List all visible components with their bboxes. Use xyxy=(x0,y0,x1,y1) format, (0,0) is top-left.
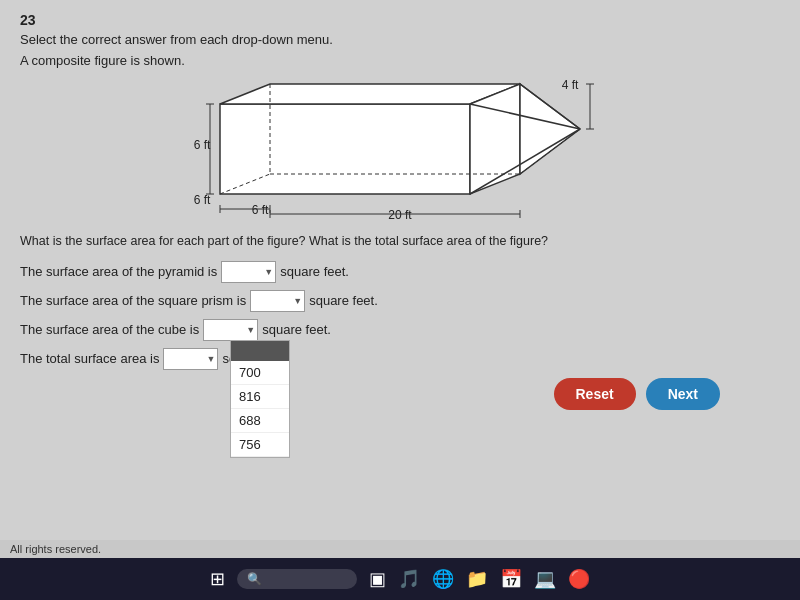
total-label: The total surface area is xyxy=(20,351,159,366)
prism-row: The surface area of the square prism is … xyxy=(20,290,780,312)
taskbar-icon-3[interactable]: 📁 xyxy=(466,568,488,590)
total-dropdown[interactable]: 700 816 688 756 xyxy=(163,348,218,370)
dropdown-popup: 700 816 688 756 xyxy=(230,340,290,458)
svg-text:6 ft: 6 ft xyxy=(194,193,211,207)
taskbar-icon-4[interactable]: 📅 xyxy=(500,568,522,590)
figure-container: 6 ft 6 ft 6 ft 20 ft 4 ft xyxy=(160,74,640,229)
main-content: 23 Select the correct answer from each d… xyxy=(0,0,800,540)
option-700[interactable]: 700 xyxy=(231,361,289,385)
next-button[interactable]: Next xyxy=(646,378,720,410)
reset-button[interactable]: Reset xyxy=(554,378,636,410)
question-number: 23 xyxy=(20,12,780,28)
svg-marker-0 xyxy=(220,104,470,194)
prism-select-wrapper[interactable]: 700 816 688 756 xyxy=(250,290,305,312)
dropdown-header xyxy=(231,341,289,361)
taskbar-icon-1[interactable]: 🎵 xyxy=(398,568,420,590)
taskbar: ⊞ ▣ 🎵 🌐 📁 📅 💻 🔴 xyxy=(0,558,800,600)
prism-label: The surface area of the square prism is xyxy=(20,293,246,308)
cube-row: The surface area of the cube is 700 816 … xyxy=(20,319,780,341)
windows-icon[interactable]: ⊞ xyxy=(210,568,225,590)
svg-marker-6 xyxy=(520,84,580,174)
svg-marker-2 xyxy=(470,84,520,194)
option-816[interactable]: 816 xyxy=(231,385,289,409)
svg-text:6 ft: 6 ft xyxy=(252,203,269,217)
pyramid-dropdown[interactable]: 700 816 688 756 xyxy=(221,261,276,283)
taskbar-search[interactable] xyxy=(237,569,357,589)
svg-text:4 ft: 4 ft xyxy=(562,78,579,92)
pyramid-label: The surface area of the pyramid is xyxy=(20,264,217,279)
copyright: All rights reserved. xyxy=(0,540,800,558)
total-select-wrapper[interactable]: 700 816 688 756 xyxy=(163,348,218,370)
composite-figure: 6 ft 6 ft 6 ft 20 ft 4 ft xyxy=(160,74,640,229)
instruction: Select the correct answer from each drop… xyxy=(20,32,780,47)
prism-unit: square feet. xyxy=(309,293,378,308)
svg-text:6 ft: 6 ft xyxy=(194,138,211,152)
cube-dropdown[interactable]: 700 816 688 756 xyxy=(203,319,258,341)
option-756[interactable]: 756 xyxy=(231,433,289,457)
prism-dropdown[interactable]: 700 816 688 756 xyxy=(250,290,305,312)
composite-label: A composite figure is shown. xyxy=(20,53,780,68)
taskbar-icon-2[interactable]: 🌐 xyxy=(432,568,454,590)
cube-label: The surface area of the cube is xyxy=(20,322,199,337)
task-view-icon[interactable]: ▣ xyxy=(369,568,386,590)
pyramid-row: The surface area of the pyramid is 700 8… xyxy=(20,261,780,283)
taskbar-icon-5[interactable]: 💻 xyxy=(534,568,556,590)
cube-select-wrapper[interactable]: 700 816 688 756 xyxy=(203,319,258,341)
pyramid-unit: square feet. xyxy=(280,264,349,279)
pyramid-select-wrapper[interactable]: 700 816 688 756 xyxy=(221,261,276,283)
total-row: The total surface area is 700 816 688 75… xyxy=(20,348,780,370)
svg-text:20 ft: 20 ft xyxy=(388,208,412,222)
svg-marker-1 xyxy=(220,84,520,104)
cube-unit: square feet. xyxy=(262,322,331,337)
question-text: What is the surface area for each part o… xyxy=(20,233,780,251)
option-688[interactable]: 688 xyxy=(231,409,289,433)
buttons-row: Reset Next xyxy=(20,378,780,410)
taskbar-icon-6[interactable]: 🔴 xyxy=(568,568,590,590)
